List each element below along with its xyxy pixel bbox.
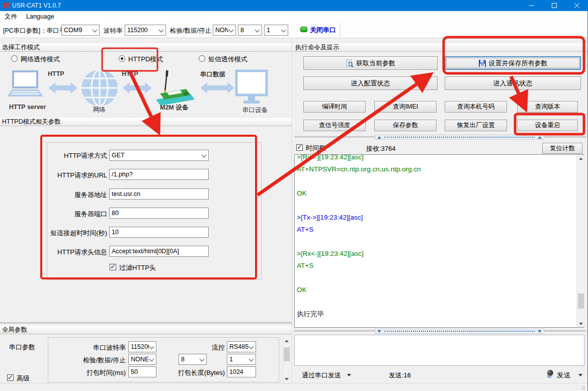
scrollbar-thumb[interactable] bbox=[284, 347, 290, 361]
log-panel: >[Rx<-][19:23:42][asc]AT+NTPSVR=cn.ntp.o… bbox=[294, 154, 584, 328]
get-params-button[interactable]: 获取当前参数 bbox=[303, 56, 438, 70]
chevron-down-icon bbox=[228, 27, 234, 33]
mode-section-header: 选择工作模式 bbox=[0, 43, 292, 52]
log-splitter[interactable] bbox=[375, 135, 544, 140]
close-serial-button[interactable]: 关闭串口 bbox=[310, 26, 336, 35]
window-title: USR-CAT1 V1.0.7 bbox=[12, 2, 61, 9]
timestamp-checkbox-label[interactable]: 时间戳 bbox=[306, 144, 325, 153]
node-serial-device-label: 串口设备 bbox=[242, 106, 268, 115]
radio-httpd-mode-label[interactable]: HTTPD模式 bbox=[128, 55, 163, 64]
close-icon bbox=[574, 3, 579, 8]
global-databits-select[interactable]: 8 bbox=[179, 354, 207, 365]
scroll-down-icon[interactable] bbox=[283, 375, 291, 382]
global-stopbits-select[interactable]: 1 bbox=[227, 354, 256, 365]
radio-httpd-mode[interactable] bbox=[119, 55, 125, 62]
send-input-area[interactable] bbox=[294, 335, 584, 366]
compile-time-button[interactable]: 编译时间 bbox=[303, 101, 366, 113]
query-version-button[interactable]: 查询版本 bbox=[517, 101, 578, 113]
global-parity-select[interactable]: NONE bbox=[128, 354, 156, 365]
log-line bbox=[295, 236, 568, 248]
node-m2m-label: M2M 设备 bbox=[160, 104, 188, 112]
stopbits-select[interactable]: 1 bbox=[264, 25, 288, 36]
node-network-label: 网络 bbox=[93, 106, 106, 114]
globe-icon bbox=[81, 70, 118, 106]
advanced-checkbox-label[interactable]: 高级 bbox=[17, 374, 30, 383]
send-splitter[interactable] bbox=[375, 329, 544, 334]
pc-serial-label: [PC串口参数]：串口号 bbox=[3, 27, 65, 35]
global-baud-select[interactable]: 115200 bbox=[128, 341, 156, 352]
device-restart-button[interactable]: 设备重启 bbox=[517, 120, 578, 131]
reset-count-button[interactable]: 复位计数 bbox=[542, 143, 582, 154]
scroll-down-icon[interactable] bbox=[577, 320, 585, 327]
minimize-button[interactable] bbox=[520, 0, 543, 11]
scroll-up-icon[interactable] bbox=[577, 155, 585, 162]
timestamp-checkbox[interactable] bbox=[296, 144, 303, 151]
menu-bar: 文件 Language bbox=[0, 11, 588, 22]
splitter-collapse-icon[interactable] bbox=[377, 330, 381, 333]
log-line: AT+S bbox=[295, 260, 568, 272]
flow-select[interactable]: RS485 bbox=[227, 341, 256, 352]
splitter-collapse-icon[interactable] bbox=[377, 136, 381, 139]
log-line: AT+S bbox=[295, 224, 568, 236]
http-method-select[interactable]: GET bbox=[109, 150, 209, 161]
chevron-down-icon bbox=[149, 356, 155, 362]
short-conn-timeout-input[interactable]: 10 bbox=[109, 227, 209, 238]
splitter-collapse-icon[interactable] bbox=[538, 136, 542, 139]
filter-http-checkbox-label[interactable]: 过滤HTTP头 bbox=[119, 263, 156, 272]
server-port-input[interactable]: 80 bbox=[109, 208, 209, 219]
pack-len-label: 打包长度(Bytes) bbox=[166, 368, 225, 377]
splitter-collapse-icon[interactable] bbox=[538, 330, 542, 333]
chevron-down-icon[interactable] bbox=[578, 374, 582, 376]
log-scrollbar[interactable] bbox=[576, 155, 584, 327]
query-local-number-button[interactable]: 查询本机号码 bbox=[445, 101, 507, 113]
radio-net-passthrough[interactable] bbox=[11, 55, 18, 62]
menu-file[interactable]: 文件 bbox=[0, 11, 22, 22]
scroll-up-icon[interactable] bbox=[283, 337, 291, 344]
http-method-label: HTTP请求方式 bbox=[44, 151, 107, 160]
enter-config-state-button[interactable]: 进入配置状态 bbox=[303, 76, 438, 90]
send-button[interactable]: 发送 bbox=[557, 371, 570, 380]
parity-select[interactable]: NONI bbox=[213, 25, 236, 36]
laptop-icon bbox=[7, 71, 43, 96]
com-port-select[interactable]: COM9 bbox=[61, 25, 100, 36]
link-http2-label: HTTP bbox=[122, 70, 138, 77]
global-scrollbar[interactable] bbox=[282, 337, 290, 382]
panel-divider[interactable] bbox=[292, 39, 293, 383]
enter-comm-state-button[interactable]: 进入通讯状态 bbox=[445, 76, 581, 90]
menu-language[interactable]: Language bbox=[22, 11, 59, 22]
server-addr-input[interactable]: test.usr.cn bbox=[109, 188, 209, 200]
minimize-icon bbox=[529, 3, 534, 8]
chevron-down-icon bbox=[199, 356, 205, 362]
chevron-down-icon[interactable] bbox=[347, 374, 351, 376]
monitor-icon bbox=[236, 71, 267, 104]
parity-label: 检验/数据/停止 bbox=[170, 27, 211, 35]
doc-magnifier-icon bbox=[346, 59, 354, 67]
query-signal-button[interactable]: 查信号强度 bbox=[303, 120, 366, 131]
http-url-input[interactable]: /1.php? bbox=[109, 169, 209, 180]
radio-net-passthrough-label[interactable]: 网络透传模式 bbox=[21, 55, 60, 64]
server-port-label: 服务器端口 bbox=[44, 210, 107, 219]
serial-params-label: 串口参数 bbox=[9, 343, 35, 352]
close-button[interactable] bbox=[565, 0, 588, 11]
advanced-checkbox[interactable] bbox=[7, 374, 14, 381]
double-arrow-icon bbox=[200, 82, 234, 93]
http-header-input[interactable]: Accept:text/html[0D][0A] bbox=[109, 246, 209, 257]
baud-select[interactable]: 115200 bbox=[125, 25, 166, 36]
radio-sms-passthrough[interactable] bbox=[199, 55, 205, 62]
radio-sms-passthrough-label[interactable]: 短信透传模式 bbox=[208, 55, 247, 64]
maximize-button[interactable] bbox=[543, 0, 565, 11]
recv-count-label: 接收:3764 bbox=[366, 144, 396, 153]
send-via-serial-dropdown[interactable]: 通过串口发送 bbox=[302, 371, 341, 380]
filter-http-checkbox[interactable] bbox=[110, 264, 116, 270]
resize-grip[interactable] bbox=[581, 384, 586, 389]
query-imei-button[interactable]: 查询IMEI bbox=[374, 101, 437, 113]
log-area[interactable]: >[Rx<-][19:23:42][asc]AT+NTPSVR=cn.ntp.o… bbox=[295, 154, 568, 328]
scrollbar-thumb[interactable] bbox=[578, 294, 584, 309]
pack-len-input[interactable]: 1024 bbox=[227, 366, 256, 377]
title-bar: USR-CAT1 V1.0.7 bbox=[0, 0, 588, 11]
pack-time-input[interactable]: 50 bbox=[128, 366, 156, 377]
databits-select[interactable]: 8 bbox=[238, 25, 262, 36]
factory-reset-button[interactable]: 恢复出厂设置 bbox=[445, 120, 507, 131]
set-save-all-params-button[interactable]: 设置并保存所有参数 bbox=[445, 56, 581, 70]
save-params-button[interactable]: 保存参数 bbox=[374, 120, 437, 131]
